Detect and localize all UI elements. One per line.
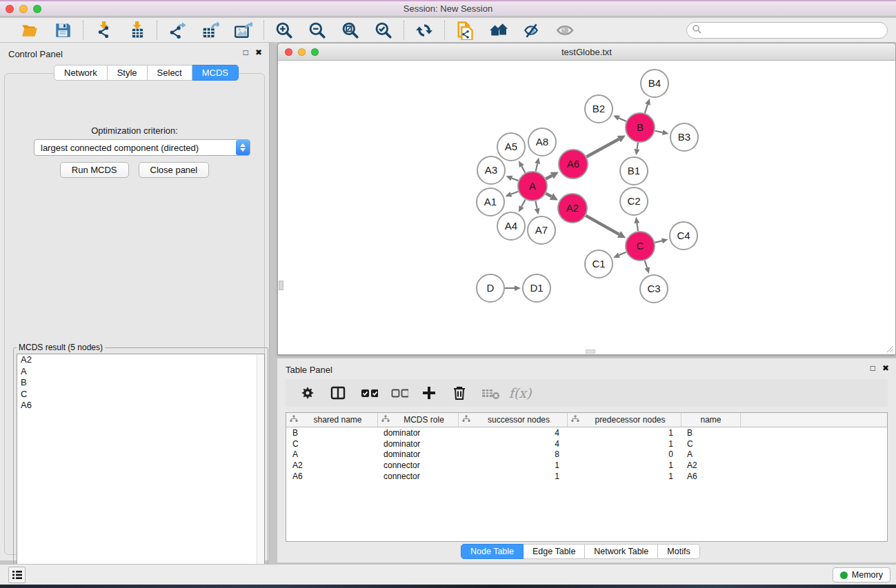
graph-node-C1[interactable]: C1	[585, 250, 613, 278]
graph-edge-A6-B[interactable]	[586, 136, 626, 157]
zoom-out-icon[interactable]	[307, 21, 328, 40]
graph-edge-B-B4[interactable]	[645, 99, 650, 113]
graph-edge-A-A8[interactable]	[535, 157, 540, 171]
table-row[interactable]: Adominator80A	[286, 449, 887, 460]
zoom-in-icon[interactable]	[274, 21, 295, 40]
clone-network-icon[interactable]	[455, 21, 475, 40]
graph-edge-B-B1[interactable]	[635, 143, 640, 155]
mcds-result-item[interactable]: A2	[17, 354, 264, 366]
select-all-checkboxes-icon[interactable]	[359, 383, 378, 403]
graph-edge-A2-C[interactable]	[586, 216, 626, 238]
close-panel-button[interactable]: Close panel	[139, 162, 210, 178]
table-row[interactable]: A2connector11A2	[286, 460, 887, 471]
function-builder-icon[interactable]: f(x)	[510, 383, 530, 403]
table-cell[interactable]: 4	[458, 428, 567, 438]
table-cell[interactable]: 8	[458, 449, 567, 459]
graph-edge-A-A4[interactable]	[519, 199, 526, 212]
graph-node-A6[interactable]: A6	[559, 150, 588, 179]
home-icon[interactable]	[488, 21, 508, 40]
column-layout-icon[interactable]	[328, 383, 348, 403]
table-cell[interactable]: 1	[458, 460, 567, 470]
table-cell[interactable]: 1	[567, 460, 681, 470]
table-cell[interactable]: A6	[681, 472, 740, 481]
table-row[interactable]: A6connector11A6	[286, 471, 887, 482]
export-network-icon[interactable]	[167, 21, 188, 40]
graph-edge-D-D1[interactable]	[505, 285, 521, 291]
mcds-result-item[interactable]: A6	[17, 400, 264, 412]
graph-node-A5[interactable]: A5	[497, 133, 525, 161]
graph-edge-A-A6[interactable]	[546, 172, 559, 179]
graph-edge-A-A7[interactable]	[535, 201, 540, 215]
graph-edge-B-B3[interactable]	[655, 130, 668, 135]
graph-node-B3[interactable]: B3	[670, 123, 698, 151]
save-session-icon[interactable]	[52, 21, 73, 40]
refresh-icon[interactable]	[414, 21, 435, 40]
column-header-successor-nodes[interactable]: successor nodes	[458, 413, 567, 427]
table-cell[interactable]: dominator	[377, 428, 458, 438]
table-row[interactable]: Cdominator41C	[286, 438, 887, 449]
table-cell[interactable]: 4	[458, 439, 567, 449]
tab-motifs[interactable]: Motifs	[658, 544, 699, 559]
graph-node-A8[interactable]: A8	[528, 128, 556, 156]
graph-node-D1[interactable]: D1	[523, 274, 550, 302]
network-graph[interactable]: B4B2BB3A5A8A6B1A3AC2A1A2A4A7C4CC1C3DD1	[278, 61, 895, 355]
table-cell[interactable]: dominator	[377, 439, 458, 449]
zoom-fit-icon[interactable]	[340, 21, 361, 40]
tab-node-table[interactable]: Node Table	[461, 544, 524, 559]
table-cell[interactable]: 1	[458, 472, 567, 481]
network-window-titlebar[interactable]: testGlobe.txt	[278, 43, 895, 61]
graph-node-A7[interactable]: A7	[528, 216, 555, 244]
graph-edge-A-A3[interactable]	[506, 176, 518, 181]
graph-edge-C-C3[interactable]	[644, 261, 650, 274]
graph-edge-A-A1[interactable]	[506, 192, 519, 197]
window-left-handle[interactable]	[279, 281, 283, 290]
table-cell[interactable]: 1	[567, 428, 681, 438]
tab-select[interactable]: Select	[148, 65, 192, 81]
search-box[interactable]	[686, 22, 888, 39]
table-cell[interactable]: C	[681, 439, 740, 449]
delete-column-icon[interactable]	[450, 383, 469, 403]
table-cell[interactable]: A6	[286, 472, 377, 481]
table-cell[interactable]: A	[286, 449, 377, 459]
graph-node-B[interactable]: B	[626, 113, 655, 142]
graph-node-A2[interactable]: A2	[558, 194, 587, 223]
network-canvas[interactable]: B4B2BB3A5A8A6B1A3AC2A1A2A4A7C4CC1C3DD1	[278, 61, 895, 354]
graph-edge-A-A5[interactable]	[519, 161, 526, 172]
close-panel-icon[interactable]: ✖	[255, 48, 262, 57]
graph-edge-C-C1[interactable]	[613, 252, 626, 258]
unselect-all-checkboxes-icon[interactable]	[389, 383, 408, 403]
graph-node-C[interactable]: C	[626, 232, 655, 261]
graph-node-C3[interactable]: C3	[640, 275, 668, 303]
zoom-selected-icon[interactable]	[373, 21, 394, 40]
open-file-icon[interactable]	[19, 21, 40, 40]
close-table-panel-icon[interactable]: ✖	[882, 363, 889, 373]
table-cell[interactable]: connector	[377, 460, 458, 470]
tab-mcds[interactable]: MCDS	[192, 65, 239, 81]
mcds-result-item[interactable]: A	[17, 366, 264, 378]
tab-edge-table[interactable]: Edge Table	[524, 544, 585, 559]
graph-edge-B-B2[interactable]	[613, 115, 626, 121]
import-table-icon[interactable]	[126, 21, 147, 40]
criterion-dropdown[interactable]: largest connected component (directed)	[34, 139, 250, 156]
tab-network[interactable]: Network	[54, 65, 108, 81]
delete-table-icon[interactable]	[480, 383, 499, 403]
column-header-MCDS-role[interactable]: MCDS role	[377, 413, 458, 427]
column-header-shared-name[interactable]: shared name	[286, 413, 377, 427]
graph-edge-C-C2[interactable]	[634, 217, 639, 231]
settings-gear-icon[interactable]	[298, 383, 317, 403]
table-cell[interactable]: B	[286, 428, 377, 438]
table-cell[interactable]: 0	[567, 449, 681, 459]
table-cell[interactable]: connector	[377, 472, 458, 481]
window-bottom-handle[interactable]	[586, 349, 595, 354]
graph-node-A4[interactable]: A4	[497, 212, 525, 240]
table-cell[interactable]: A2	[681, 460, 740, 470]
list-scrollbar[interactable]	[257, 354, 264, 576]
mcds-result-item[interactable]: C	[17, 389, 264, 401]
table-cell[interactable]: C	[286, 439, 377, 449]
table-cell[interactable]: 1	[567, 472, 681, 481]
table-cell[interactable]: A2	[286, 460, 377, 470]
run-mcds-button[interactable]: Run MCDS	[60, 162, 129, 178]
graph-node-B4[interactable]: B4	[641, 70, 668, 97]
table-cell[interactable]: dominator	[377, 449, 458, 459]
add-column-icon[interactable]	[419, 383, 439, 403]
